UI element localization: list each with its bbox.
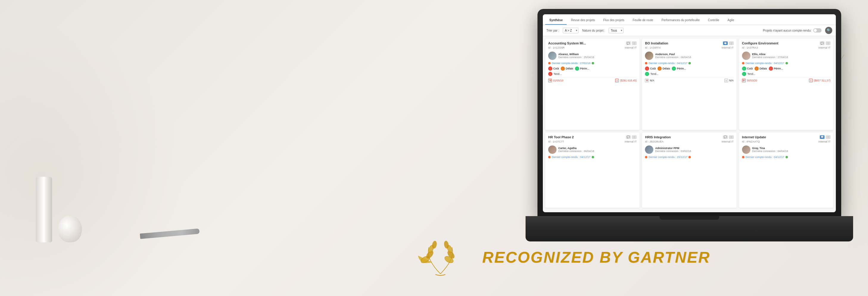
user-name: Ellis, Aline [752,53,788,56]
amount-value: ($281 618,45) [620,79,637,82]
trend-arrow: ↓ [548,72,552,76]
card-id: Id : IPNZAXTQ [742,140,760,143]
avatar [742,145,750,154]
message-icon[interactable]: 💬 [820,41,825,45]
nature-select-wrap[interactable]: Tous [609,28,623,33]
nature-select[interactable]: Tous [609,28,623,33]
card-configure: Configure Environment 💬 ⋮ Id : 1A37RA3 I… [739,38,833,130]
tab-controle[interactable]: Contrôle [704,16,723,25]
tab-flux[interactable]: Flux des projets [599,16,629,25]
laurel-left [411,236,470,278]
menu-icon[interactable]: ⋮ [826,135,831,139]
footer-date: 📅 30/03/20 [742,79,757,82]
tend-row: ↑ Tend... [742,72,831,76]
indicator-perim: ↑ Périm... [672,66,686,71]
filter-bar: Trier par : A > Z Nature du projet : Tou… [543,25,836,36]
menu-icon[interactable]: ⋮ [826,41,831,45]
ind-label-delais: Délais [662,67,670,70]
user-name: Carter, Agatha [558,147,594,150]
user-date: Dernière connexion : 04/04/18 [752,150,788,153]
avatar [548,52,557,60]
indicator-perim: ↑ Périm... [575,66,589,71]
report-dot [548,156,551,158]
toggle-container: Projets n'ayant aucun compte-rendu: [763,28,822,32]
card-bo: BO Installation 💬 ⋮ Id : 1A34FF4 Interna… [642,38,736,130]
user-info: Administrator PPM Dernière connexion : 0… [655,147,691,153]
card-meta: Id : 1A34FF4 Internal IT [645,46,734,49]
menu-icon[interactable]: ⋮ [632,41,637,45]
toggle-label: Projets n'ayant aucun compte-rendu: [763,29,811,32]
report-dot2 [688,62,691,64]
indicator-cout: ↓ Coût [548,66,559,71]
footer-date: 📅 N/A [645,79,654,82]
vase-round [58,215,82,242]
message-icon[interactable]: 💬 [820,135,825,139]
ind-dot-cout: ↑ [742,66,746,71]
card-report: Dernier compte-rendu : 04/12/17 [645,62,734,65]
amount-value: ($857 311,57) [814,79,831,82]
indicator-delais: ↓ Délais [657,66,670,71]
report-text: Dernier compte-rendu : 27/02/18 [552,62,590,65]
card-icons: 💬 ⋮ [626,41,637,45]
avatar [645,52,653,60]
card-id: Id : 1A37C7T [548,140,564,143]
report-dot [742,62,744,64]
report-dot [645,156,647,158]
report-text: Dernier compte-rendu : 15/12/17 [649,156,687,158]
card-category: Internal IT [818,46,831,49]
user-name: Gray, Tina [752,147,788,150]
user-info: Gray, Tina Dernière connexion : 04/04/18 [752,147,788,153]
laptop-body: Synthèse Revue des projets Flux des proj… [537,9,841,217]
report-dot [645,62,647,64]
message-icon[interactable]: 💬 [723,41,728,45]
message-icon[interactable]: 💬 [723,135,728,139]
tend-label: Tend... [747,72,755,76]
tab-agile[interactable]: Agile [723,16,738,25]
message-icon[interactable]: 💬 [626,135,631,139]
sort-select-wrap[interactable]: A > Z [563,28,579,33]
vase-tall [36,177,52,242]
money-icon: $ [724,79,728,82]
user-info: Carter, Agatha Dernière connexion : 06/0… [558,147,594,153]
tab-synthese[interactable]: Synthèse [545,16,567,25]
card-category: Internal IT [818,140,831,143]
menu-icon[interactable]: ⋮ [729,41,734,45]
indicator-cout: ↑ Coût [742,66,753,71]
menu-icon[interactable]: ⋮ [729,135,734,139]
user-date: Dernière connexion : 27/04/18 [752,56,788,59]
footer-amount-wrap: $ ($281 618,45) [615,79,637,82]
card-header: BO Installation 💬 ⋮ [645,41,734,45]
message-icon[interactable]: 💬 [626,41,631,45]
tab-performances[interactable]: Performances du portefeuille [657,16,704,25]
ind-label-perim: Périm... [677,67,686,70]
card-title: Configure Environment [742,41,820,45]
card-title: Internet Update [742,135,820,139]
menu-icon[interactable]: ⋮ [632,135,637,139]
sort-select[interactable]: A > Z [563,28,579,33]
toggle-switch[interactable] [813,28,822,32]
report-text: Dernier compte-rendu : 04/12/17 [746,156,784,158]
card-user: Anderson, Paul Dernière connexion : 06/0… [645,52,734,60]
laptop-notch [659,216,719,220]
tab-revue[interactable]: Revue des projets [567,16,599,25]
card-report: Dernier compte-rendu : 04/12/17 [742,62,831,65]
indicator-delais: ↓ Délais [561,66,573,71]
tab-feuille[interactable]: Feuille de route [629,16,657,25]
avatar [548,145,557,154]
report-dot2 [785,62,788,64]
card-internet: Internet Update 💬 ⋮ Id : IPNZAXTQ Intern… [739,132,833,208]
gartner-text: RECOGNIZED BY GARTNER [482,248,710,266]
money-icon: $ [615,79,619,82]
ind-dot-perim: ↑ [672,66,676,71]
date-value: 30/03/20 [747,79,757,82]
card-title: HRIS Integration [645,135,723,139]
card-title: HR Tool Phase 2 [548,135,626,139]
card-meta: Id : 1A37RA3 Internal IT [742,46,831,49]
user-date: Dernière connexion : 06/04/18 [558,150,594,153]
search-button[interactable]: 🔍 [825,27,832,34]
cards-grid: Accounting System Mi... 💬 ⋮ Id : 1A12SNR… [543,36,836,210]
card-user: Alvarez, William Dernière connexion : 25… [548,52,637,60]
user-date: Dernière connexion : 25/04/18 [558,56,594,59]
trend-arrow: ↑ [645,72,649,76]
avatar [742,52,750,60]
